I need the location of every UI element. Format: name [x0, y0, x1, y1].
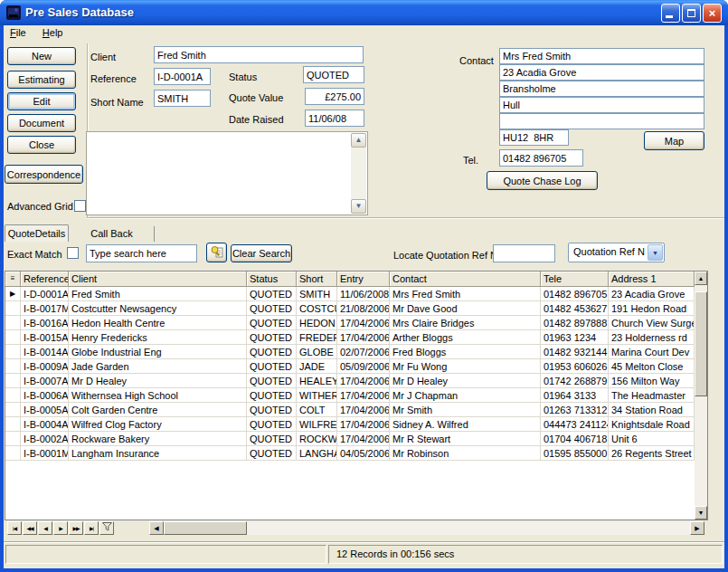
app-window: Pre Sales Database × File Help New Estim…	[0, 0, 728, 572]
minimize-button[interactable]	[661, 4, 680, 23]
short-name-field[interactable]	[154, 90, 211, 107]
column-header-client[interactable]: Client	[69, 272, 247, 287]
nav-prior-button[interactable]: ◀	[38, 521, 52, 535]
status-label: Status	[229, 72, 257, 82]
menu-help[interactable]: Help	[36, 25, 71, 40]
contact-address1-field[interactable]	[499, 64, 704, 81]
advanced-grid-checkbox[interactable]	[74, 200, 86, 212]
maximize-button[interactable]	[682, 4, 701, 23]
table-row[interactable]: I-B-0017MCostcutter NewsagencyQUOTEDCOST…	[5, 301, 707, 316]
grid-cell: 01482 897888	[541, 316, 609, 330]
new-button[interactable]: New	[7, 47, 76, 65]
grid-cell: Church View Surgery	[609, 316, 695, 330]
grid-cell: QUOTED	[247, 374, 297, 388]
tel-field[interactable]	[499, 149, 583, 167]
nav-next-page-button[interactable]: ▶▶	[69, 521, 83, 535]
table-row[interactable]: I-B-0015AHenry FredericksQUOTEDFREDER17/…	[5, 330, 707, 345]
nav-last-button[interactable]: ▶|	[84, 521, 99, 535]
edit-button[interactable]: Edit	[7, 92, 76, 110]
column-header-short[interactable]: Short	[297, 272, 337, 287]
clear-search-button[interactable]: Clear Search	[231, 244, 292, 262]
grid-cell: SMITH	[297, 287, 337, 301]
tel-label: Tel.	[463, 155, 478, 166]
table-row[interactable]: ▶I-D-0001AFred SmithQUOTEDSMITH11/06/200…	[5, 287, 707, 301]
nav-filter-button[interactable]	[99, 521, 114, 535]
contact-name-field[interactable]	[499, 48, 704, 64]
nav-prior-page-button[interactable]: ◀◀	[23, 521, 37, 535]
notes-scrollbar[interactable]: ▲ ▼	[351, 133, 366, 214]
locate-input[interactable]	[493, 244, 555, 262]
grid-cell: QUOTED	[247, 301, 297, 316]
table-row[interactable]: I-B-0009AJade GardenQUOTEDJADE05/09/2006…	[5, 359, 707, 374]
menu-file[interactable]: File	[4, 25, 33, 40]
table-row[interactable]: I-B-0007AMr D HealeyQUOTEDHEALEY17/04/20…	[5, 374, 707, 388]
close-record-button[interactable]: Close	[7, 136, 76, 154]
table-row[interactable]: I-B-0005AColt Garden CentreQUOTEDCOLT17/…	[5, 403, 707, 417]
row-indicator	[5, 432, 21, 446]
column-header-contact[interactable]: Contact	[390, 272, 541, 287]
quote-value-field[interactable]	[305, 88, 364, 105]
grid-cell: HEALEY	[297, 374, 337, 388]
sort-field-combo[interactable]: Quotation Ref N ▼	[568, 243, 665, 262]
search-input[interactable]	[86, 244, 197, 262]
correspondence-button[interactable]: Correspondence	[5, 165, 83, 184]
grid-cell: Fred Bloggs	[390, 345, 541, 359]
status-field[interactable]	[303, 66, 364, 83]
tab-quote-details[interactable]: QuoteDetails	[5, 224, 69, 242]
row-indicator	[5, 359, 21, 374]
sort-field-combo-value: Quotation Ref N	[573, 246, 645, 257]
column-header-address1[interactable]: Address 1	[609, 272, 695, 287]
grid-cell: 05/09/2006	[337, 359, 390, 374]
exact-match-label: Exact Match	[7, 249, 62, 260]
table-row[interactable]: I-B-0004AWilfred Clog FactoryQUOTEDWILFR…	[5, 417, 707, 432]
grid-cell: ROCKWA	[297, 432, 337, 446]
nav-first-button[interactable]: |◀	[7, 521, 22, 535]
notes-memo[interactable]: ▲ ▼	[86, 131, 368, 215]
search-button[interactable]	[206, 243, 227, 262]
tab-call-back-customer[interactable]: Call Back Customer	[70, 226, 155, 242]
row-indicator	[5, 330, 21, 345]
date-raised-field[interactable]	[305, 110, 364, 127]
table-row[interactable]: I-B-0001MLangham InsuranceQUOTEDLANGHA04…	[5, 446, 707, 461]
scroll-down-icon[interactable]: ▼	[351, 199, 366, 214]
exact-match-checkbox[interactable]	[67, 247, 79, 259]
map-button[interactable]: Map	[644, 131, 704, 150]
grid-selector-header[interactable]: ≡	[5, 272, 21, 287]
scroll-right-icon[interactable]: ▶	[690, 521, 704, 535]
grid-horizontal-scrollbar[interactable]: ◀ ▶	[149, 521, 704, 535]
quote-chase-log-button[interactable]: Quote Chase Log	[487, 171, 598, 190]
close-button[interactable]: ×	[703, 4, 722, 23]
chevron-down-icon[interactable]: ▼	[648, 244, 663, 261]
scroll-left-icon[interactable]: ◀	[149, 521, 164, 535]
reference-field[interactable]	[154, 68, 211, 85]
client-field[interactable]	[154, 46, 364, 63]
contact-address3-field[interactable]	[499, 97, 704, 113]
grid-cell: Costcutter Newsagency	[69, 301, 247, 316]
table-row[interactable]: I-B-0014AGlobe Industrial EngQUOTEDGLOBE…	[5, 345, 707, 359]
document-button[interactable]: Document	[7, 114, 76, 132]
vertical-scroll-thumb[interactable]	[695, 291, 707, 396]
estimating-button[interactable]: Estimating	[7, 71, 76, 89]
column-header-reference[interactable]: Reference	[21, 272, 69, 287]
contact-address4-field[interactable]	[499, 113, 704, 129]
column-header-tele[interactable]: Tele	[541, 272, 609, 287]
grid-cell: HEDON	[297, 316, 337, 330]
column-header-status[interactable]: Status	[247, 272, 297, 287]
column-header-entry[interactable]: Entry	[337, 272, 390, 287]
grid-cell: Mrs Claire Bridges	[390, 316, 541, 330]
scroll-up-icon[interactable]: ▲	[351, 133, 366, 148]
grid-vertical-scrollbar[interactable]: ▲ ▼	[695, 272, 707, 520]
grid-cell: 044473 241124	[541, 417, 609, 432]
horizontal-scroll-thumb[interactable]	[164, 521, 247, 535]
scroll-down-icon[interactable]: ▼	[695, 506, 707, 520]
grid-cell: 01482 453627	[541, 301, 609, 316]
date-raised-label: Date Raised	[229, 114, 284, 125]
table-row[interactable]: I-B-0002ARockware BakeryQUOTEDROCKWA17/0…	[5, 432, 707, 446]
contact-address2-field[interactable]	[499, 81, 704, 97]
search-icon	[210, 244, 224, 259]
scroll-up-icon[interactable]: ▲	[695, 272, 707, 285]
table-row[interactable]: I-B-0006AWithernsea High SchoolQUOTEDWIT…	[5, 388, 707, 403]
table-row[interactable]: I-B-0016AHedon Health CentreQUOTEDHEDON1…	[5, 316, 707, 330]
nav-next-button[interactable]: ▶	[53, 521, 68, 535]
postcode-field[interactable]	[499, 129, 569, 146]
